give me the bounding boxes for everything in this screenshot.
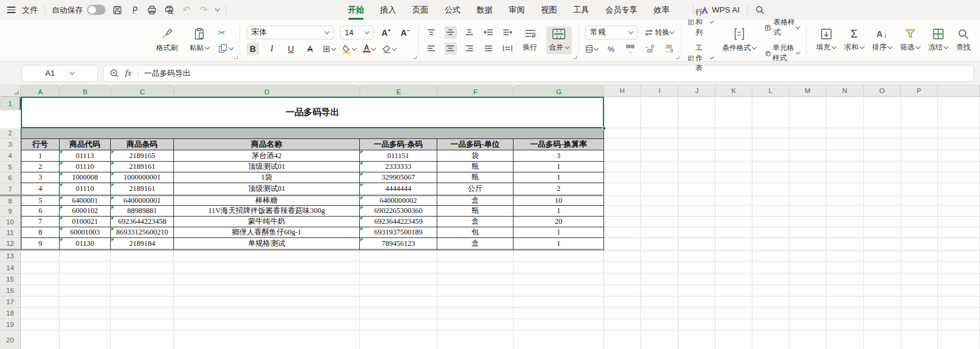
cell[interactable] xyxy=(826,251,864,262)
cell[interactable] xyxy=(864,172,901,183)
cell[interactable] xyxy=(864,274,901,285)
cell-F8[interactable]: 盒 xyxy=(437,196,514,206)
cell[interactable] xyxy=(826,331,864,349)
cell[interactable] xyxy=(604,319,641,331)
cell[interactable] xyxy=(826,150,864,162)
worksheet-button[interactable]: 工作表 xyxy=(688,43,713,73)
justify-button[interactable] xyxy=(483,42,495,55)
cell[interactable] xyxy=(938,162,980,172)
row-header-5[interactable]: 5 xyxy=(0,162,21,172)
cell-C8[interactable]: 6400000001 xyxy=(111,196,174,206)
cell[interactable] xyxy=(360,251,437,262)
cell-D12[interactable]: 单规格测试 xyxy=(174,238,360,251)
cell-E11[interactable]: 6931937500189 xyxy=(360,227,437,238)
cell[interactable] xyxy=(789,274,826,285)
cell[interactable] xyxy=(715,172,752,183)
cell[interactable] xyxy=(641,331,679,349)
table-header-cell-5[interactable]: 一品多码-单位 xyxy=(437,138,514,150)
cell-D10[interactable]: 蒙牛纯牛奶 xyxy=(174,217,360,227)
cell-E4[interactable]: 011151 xyxy=(360,150,437,162)
font-size-select[interactable]: 14 xyxy=(340,26,374,39)
cell[interactable] xyxy=(752,274,789,285)
cell[interactable] xyxy=(679,196,715,206)
cell[interactable] xyxy=(437,285,514,297)
sort-button[interactable]: A↓ 排序 xyxy=(869,26,895,54)
output-pdf-icon[interactable] xyxy=(129,5,140,16)
cell-E6[interactable]: 329905067 xyxy=(360,172,437,183)
cell-B7[interactable]: 01110 xyxy=(60,183,111,196)
cell[interactable] xyxy=(60,308,111,319)
cell[interactable] xyxy=(715,274,752,285)
cell-G5[interactable]: 1 xyxy=(514,162,604,172)
cell[interactable] xyxy=(679,262,715,274)
cell[interactable] xyxy=(864,331,901,349)
cell[interactable] xyxy=(604,128,641,138)
cell[interactable] xyxy=(60,331,111,349)
cell[interactable] xyxy=(715,217,752,227)
cell-G12[interactable]: 1 xyxy=(514,238,604,251)
cell[interactable] xyxy=(752,331,789,349)
cell[interactable] xyxy=(437,297,514,308)
cell[interactable] xyxy=(826,196,864,206)
cell-B9[interactable]: 6000102 xyxy=(60,206,111,217)
align-center-button[interactable] xyxy=(444,42,457,55)
cell-C7[interactable]: 2189161 xyxy=(111,183,174,196)
cell[interactable] xyxy=(789,308,826,319)
cell[interactable] xyxy=(641,262,679,274)
cell-C4[interactable]: 2189165 xyxy=(111,150,174,162)
cell[interactable] xyxy=(864,183,901,196)
cell[interactable] xyxy=(715,297,752,308)
cell[interactable] xyxy=(901,274,938,285)
comma-style-button[interactable]: 000, xyxy=(624,43,636,55)
paste-button[interactable]: 粘贴 xyxy=(186,26,212,55)
cell-A6[interactable]: 3 xyxy=(21,172,60,183)
cell[interactable] xyxy=(901,331,938,349)
cell[interactable] xyxy=(864,138,901,150)
cell-D8[interactable]: 棒棒糖 xyxy=(174,196,360,206)
cell[interactable] xyxy=(864,217,901,227)
cell[interactable] xyxy=(174,308,360,319)
cell[interactable] xyxy=(789,97,826,128)
cell[interactable] xyxy=(864,227,901,238)
cell[interactable] xyxy=(715,238,752,251)
column-header-K[interactable]: K xyxy=(715,85,752,97)
row-header-10[interactable]: 10 xyxy=(0,217,21,227)
cell[interactable] xyxy=(641,128,679,138)
cell[interactable] xyxy=(679,150,715,162)
strikethrough-button[interactable]: A xyxy=(304,43,316,55)
table-header-cell-0[interactable]: 行号 xyxy=(21,138,60,150)
column-header-J[interactable]: J xyxy=(679,85,715,97)
column-header-H[interactable]: H xyxy=(604,85,641,97)
cell[interactable] xyxy=(514,274,604,285)
cell-G10[interactable]: 20 xyxy=(514,217,604,227)
cell[interactable] xyxy=(604,217,641,227)
cell[interactable] xyxy=(901,196,938,206)
cell[interactable] xyxy=(679,206,715,217)
cell-D9[interactable]: 11V海天招牌拌饭酱香辣香菇味300g xyxy=(174,206,360,217)
cell[interactable] xyxy=(938,274,980,285)
redo-icon[interactable]: ↷ xyxy=(198,5,209,16)
cell-E5[interactable]: 2333333 xyxy=(360,162,437,172)
cell[interactable] xyxy=(174,319,360,331)
cell[interactable] xyxy=(789,196,826,206)
cell[interactable] xyxy=(864,297,901,308)
cell[interactable] xyxy=(715,150,752,162)
cell[interactable] xyxy=(789,227,826,238)
cell-D11[interactable]: 鄉俚人香酥鱼仔60g-1 xyxy=(174,227,360,238)
cell[interactable] xyxy=(938,183,980,196)
column-header-P[interactable]: P xyxy=(901,85,938,97)
cell[interactable] xyxy=(752,217,789,227)
cell-F12[interactable]: 盒 xyxy=(437,238,514,251)
tab-1[interactable]: 开始 xyxy=(348,5,364,16)
cell[interactable] xyxy=(21,251,60,262)
sum-button[interactable]: Σ 求和 xyxy=(841,26,867,54)
cell[interactable] xyxy=(679,331,715,349)
cell-A11[interactable]: 8 xyxy=(21,227,60,238)
cell-A5[interactable]: 2 xyxy=(21,162,60,172)
cell[interactable] xyxy=(437,319,514,331)
save-icon[interactable] xyxy=(112,5,123,16)
cell[interactable] xyxy=(21,297,60,308)
distribute-button[interactable] xyxy=(502,42,514,55)
cell[interactable] xyxy=(864,238,901,251)
increase-decimal-button[interactable]: ←.0.00 xyxy=(643,43,655,55)
